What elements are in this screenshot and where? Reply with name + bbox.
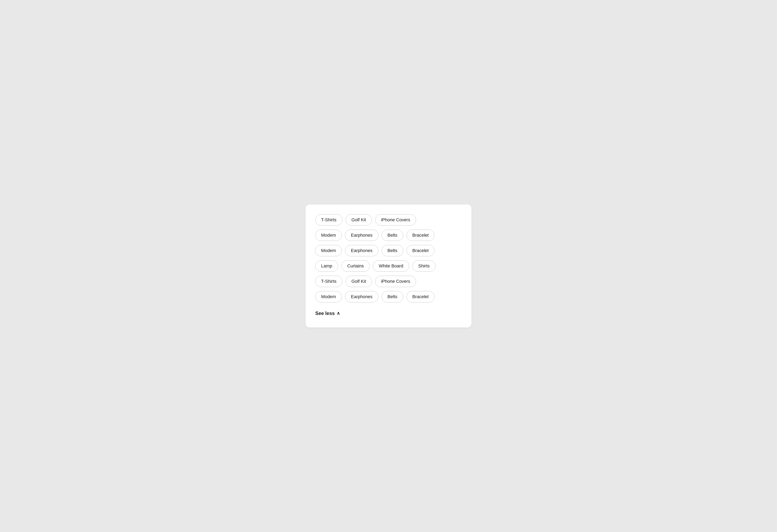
tag-row-1-2[interactable]: Golf Kit [346,214,372,226]
tag-row-6: ModemEarphonesBeltsBracelet [315,291,462,302]
tag-row-2-4[interactable]: Bracelet [407,230,435,241]
tag-row-2: ModemEarphonesBeltsBracelet [315,230,462,241]
tag-row-3-4[interactable]: Bracelet [407,245,435,256]
tag-row-2-1[interactable]: Modem [315,230,342,241]
tag-row-6-4[interactable]: Bracelet [407,291,435,302]
see-less-button[interactable]: See less ∧ [315,310,462,316]
tag-row-2-2[interactable]: Earphones [345,230,378,241]
tags-container: T-ShirtsGolf KitiPhone CoversModemEarpho… [315,214,462,302]
tag-row-3-3[interactable]: Belts [381,245,403,256]
tag-row-4: LampCurtainsWhite BoardShirts [315,260,462,272]
see-less-label: See less [315,310,335,316]
tag-row-2-3[interactable]: Belts [381,230,403,241]
tag-row-3: ModemEarphonesBeltsBracelet [315,245,462,256]
tag-row-1-1[interactable]: T-Shirts [315,214,342,226]
tag-row-4-3[interactable]: White Board [373,260,409,272]
tag-row-5-1[interactable]: T-Shirts [315,276,342,287]
tag-row-5-2[interactable]: Golf Kit [346,276,372,287]
chevron-up-icon: ∧ [337,311,340,315]
tag-row-4-1[interactable]: Lamp [315,260,338,272]
tag-row-6-1[interactable]: Modem [315,291,342,302]
tag-row-1-3[interactable]: iPhone Covers [375,214,416,226]
tag-card: T-ShirtsGolf KitiPhone CoversModemEarpho… [306,205,471,327]
tag-row-4-2[interactable]: Curtains [341,260,370,272]
tag-row-5: T-ShirtsGolf KitiPhone Covers [315,276,462,287]
tag-row-5-3[interactable]: iPhone Covers [375,276,416,287]
tag-row-6-3[interactable]: Belts [381,291,403,302]
tag-row-3-1[interactable]: Modem [315,245,342,256]
tag-row-6-2[interactable]: Earphones [345,291,378,302]
tag-row-1: T-ShirtsGolf KitiPhone Covers [315,214,462,226]
tag-row-4-4[interactable]: Shirts [412,260,435,272]
tag-row-3-2[interactable]: Earphones [345,245,378,256]
